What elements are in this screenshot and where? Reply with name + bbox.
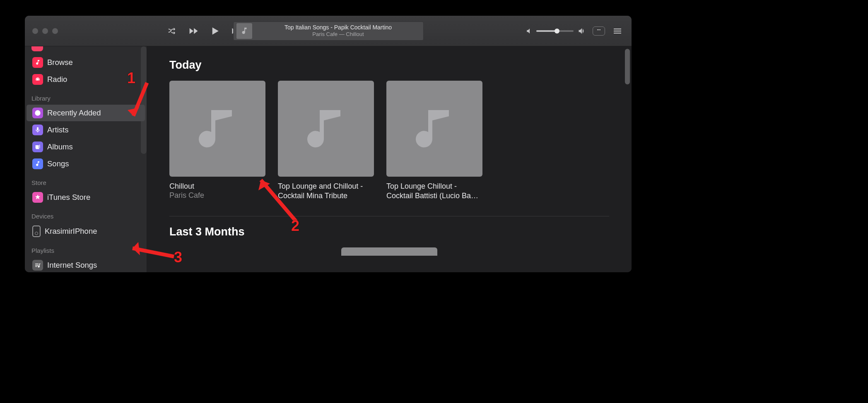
svg-marker-1 bbox=[128, 108, 139, 116]
playlist-icon bbox=[32, 260, 43, 271]
window-traffic-lights bbox=[25, 28, 147, 34]
mic-icon bbox=[32, 125, 43, 135]
sidebar-label: Albums bbox=[47, 142, 73, 151]
annotation-number-2: 2 bbox=[291, 217, 299, 235]
album-art-placeholder bbox=[386, 81, 482, 177]
music-note-icon bbox=[32, 57, 43, 68]
sidebar-header-devices: Devices bbox=[25, 206, 147, 222]
annotation-number-1: 1 bbox=[127, 70, 135, 87]
albums-icon bbox=[32, 142, 43, 152]
lyrics-button[interactable] bbox=[593, 26, 605, 36]
sidebar-label: KrasimirIPhone bbox=[45, 227, 97, 236]
sidebar-label: Artists bbox=[47, 125, 68, 134]
sidebar-item-browse[interactable]: Browse bbox=[27, 54, 145, 71]
album-art-placeholder bbox=[169, 81, 265, 177]
album-art-placeholder bbox=[278, 81, 374, 177]
svg-marker-5 bbox=[133, 242, 140, 255]
annotation-number-3: 3 bbox=[174, 249, 182, 266]
volume-control[interactable] bbox=[525, 27, 586, 35]
album-title: Top Lounge Chillout - Cocktail Battisti … bbox=[386, 182, 482, 201]
section-title-last-3-months: Last 3 Months bbox=[169, 225, 609, 238]
sidebar-label: Radio bbox=[47, 75, 67, 84]
now-playing-artwork bbox=[236, 23, 252, 39]
previous-button[interactable] bbox=[187, 25, 200, 37]
now-playing-subtitle: Paris Cafe — Chillout bbox=[256, 31, 420, 38]
titlebar: Top Italian Songs - Papik Cocktail Marti… bbox=[25, 16, 632, 46]
radio-icon bbox=[32, 74, 43, 85]
album-card[interactable]: Top Lounge Chillout - Cocktail Battisti … bbox=[386, 81, 482, 201]
now-playing-title: Top Italian Songs - Papik Cocktail Marti… bbox=[256, 24, 420, 31]
music-app-window: Top Italian Songs - Papik Cocktail Marti… bbox=[25, 16, 632, 272]
sidebar-item-songs[interactable]: Songs bbox=[27, 156, 145, 172]
clock-icon bbox=[32, 108, 43, 118]
sidebar-header-store: Store bbox=[25, 173, 147, 189]
sidebar-item-itunes-store[interactable]: iTunes Store bbox=[27, 189, 145, 206]
svg-line-2 bbox=[261, 180, 296, 221]
sidebar-label: Internet Songs bbox=[47, 261, 97, 270]
album-card-peek[interactable] bbox=[341, 247, 437, 256]
sidebar-item-albums[interactable]: Albums bbox=[27, 139, 145, 155]
annotation-arrow-3 bbox=[120, 238, 178, 267]
volume-low-icon bbox=[525, 27, 532, 35]
note-icon bbox=[32, 158, 43, 169]
volume-slider[interactable] bbox=[536, 30, 574, 32]
right-controls bbox=[525, 25, 632, 37]
for-you-clip-icon bbox=[31, 46, 43, 51]
minimize-window-button[interactable] bbox=[42, 28, 48, 34]
fullscreen-window-button[interactable] bbox=[52, 28, 58, 34]
queue-button[interactable] bbox=[612, 25, 623, 37]
sidebar-item-device-iphone[interactable]: KrasimirIPhone bbox=[27, 223, 145, 240]
phone-icon bbox=[32, 225, 41, 237]
sidebar-label: Recently Added bbox=[47, 108, 101, 118]
star-icon bbox=[32, 192, 43, 203]
sidebar-label: Songs bbox=[47, 159, 69, 168]
close-window-button[interactable] bbox=[32, 28, 38, 34]
main-content: Today Chillout Paris Cafe Top Lounge a bbox=[147, 46, 632, 272]
section-title-today: Today bbox=[169, 59, 609, 72]
shuffle-button[interactable] bbox=[166, 25, 178, 37]
section-divider bbox=[169, 216, 609, 216]
play-button[interactable] bbox=[209, 25, 221, 37]
volume-high-icon bbox=[578, 27, 586, 35]
main-scrollbar[interactable] bbox=[625, 49, 630, 84]
today-cards-row: Chillout Paris Cafe Top Lounge and Chill… bbox=[169, 81, 609, 201]
now-playing-lcd[interactable]: Top Italian Songs - Papik Cocktail Marti… bbox=[233, 22, 424, 41]
sidebar-label: Browse bbox=[47, 58, 73, 67]
sidebar-label: iTunes Store bbox=[47, 193, 90, 202]
